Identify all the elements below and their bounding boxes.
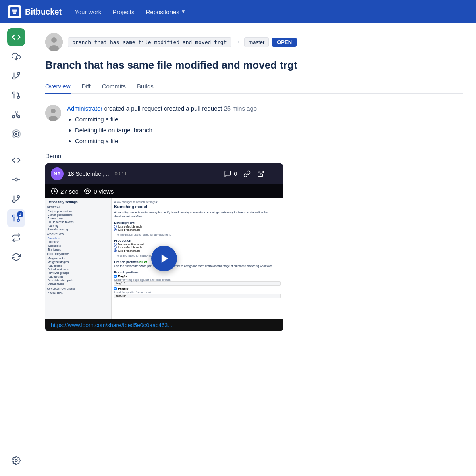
sidebar-item-branch-create[interactable] bbox=[7, 67, 25, 85]
sidebar-item-source[interactable] bbox=[7, 151, 25, 169]
svg-point-20 bbox=[15, 178, 17, 181]
navbar-links: Your work Projects Repositories ▼ bbox=[75, 8, 186, 15]
video-more-btn[interactable]: ⋮ bbox=[271, 170, 277, 178]
sidebar-item-settings[interactable] bbox=[7, 452, 25, 470]
svg-point-18 bbox=[13, 132, 19, 137]
sidebar-item-commit[interactable] bbox=[7, 171, 25, 188]
screenshot-inner: Repository settings General Project perm… bbox=[45, 198, 283, 319]
tab-diff[interactable]: Diff bbox=[82, 79, 91, 94]
video-views-stat: 0 views bbox=[84, 188, 114, 195]
svg-point-26 bbox=[17, 219, 19, 222]
svg-point-14 bbox=[12, 116, 14, 118]
video-duration: 27 sec bbox=[60, 188, 78, 195]
pr-status-badge: OPEN bbox=[272, 38, 297, 47]
svg-point-24 bbox=[17, 196, 19, 198]
pr-title: Branch that has same file modified and m… bbox=[45, 59, 463, 71]
sidebar-divider-1 bbox=[8, 148, 24, 148]
demo-label: Demo bbox=[45, 152, 463, 159]
svg-point-8 bbox=[12, 92, 15, 94]
video-external-btn[interactable] bbox=[257, 170, 264, 177]
activity-list: Commiting a file Deleting file on target… bbox=[67, 116, 463, 144]
video-preview[interactable]: Repository settings General Project perm… bbox=[45, 198, 283, 319]
tab-commits[interactable]: Commits bbox=[102, 79, 126, 94]
activity-author-avatar bbox=[45, 105, 61, 121]
app-layout: 1 bbox=[0, 23, 476, 476]
pr-branch-info: branch_that_has_same_file_modified_and_m… bbox=[68, 37, 297, 47]
svg-point-27 bbox=[12, 215, 15, 217]
chevron-down-icon: ▼ bbox=[181, 9, 186, 15]
comment-count: 0 bbox=[234, 171, 237, 177]
pr-tabs: Overview Diff Commits Builds bbox=[45, 79, 463, 94]
sidebar-divider-2 bbox=[8, 358, 24, 358]
brand-name: Bitbucket bbox=[25, 7, 62, 17]
svg-point-31 bbox=[51, 37, 57, 43]
navbar: Bitbucket Your work Projects Repositorie… bbox=[0, 0, 476, 23]
brand-icon bbox=[8, 5, 21, 18]
video-top-bar: NA 18 September, ... 00:11 0 bbox=[45, 163, 283, 184]
video-duration-stat: 27 sec bbox=[51, 188, 78, 195]
svg-marker-39 bbox=[162, 255, 168, 263]
sidebar: 1 bbox=[0, 23, 32, 476]
main-content: branch_that_has_same_file_modified_and_m… bbox=[32, 23, 476, 476]
svg-point-15 bbox=[17, 116, 19, 118]
branch-arrow-icon: → bbox=[235, 38, 241, 46]
sidebar-item-refresh[interactable] bbox=[7, 248, 25, 266]
activity-action-text: created a pull request bbox=[164, 105, 224, 112]
activity-author[interactable]: Administrator bbox=[67, 105, 102, 112]
activity-row: Administrator created a pull request cre… bbox=[45, 105, 463, 144]
sidebar-item-fork[interactable] bbox=[7, 106, 25, 123]
video-info-bar: 27 sec 0 views bbox=[45, 184, 283, 198]
nav-your-work[interactable]: Your work bbox=[75, 8, 101, 15]
video-top-left: NA 18 September, ... 00:11 bbox=[51, 167, 127, 180]
svg-point-25 bbox=[12, 200, 15, 203]
target-branch-pill: master bbox=[244, 37, 269, 47]
activity-content: Administrator created a pull request cre… bbox=[67, 105, 463, 144]
video-top-right: 0 bbox=[224, 170, 277, 178]
sp-right-panel: Allow changes to branch settings ▾ Branc… bbox=[112, 198, 283, 319]
video-bottom-bar: https://www.loom.com/share/fbed5e0c0aac4… bbox=[45, 319, 283, 331]
activity-action: created a pull request bbox=[104, 105, 162, 112]
video-link-btn[interactable] bbox=[243, 170, 251, 177]
svg-line-36 bbox=[260, 171, 264, 174]
brand-logo[interactable]: Bitbucket bbox=[8, 5, 62, 18]
video-timestamp: 00:11 bbox=[115, 171, 127, 177]
tab-overview[interactable]: Overview bbox=[45, 79, 71, 94]
source-branch-pill: branch_that_has_same_file_modified_and_m… bbox=[68, 37, 231, 47]
sidebar-item-branch[interactable] bbox=[7, 190, 25, 208]
svg-point-12 bbox=[15, 111, 17, 113]
svg-point-34 bbox=[51, 109, 56, 113]
activity-meta: Administrator created a pull request cre… bbox=[67, 105, 463, 112]
pr-badge: 1 bbox=[17, 211, 23, 217]
video-container: NA 18 September, ... 00:11 0 bbox=[45, 163, 283, 331]
video-title: 18 September, ... bbox=[68, 171, 111, 177]
list-item: Commiting a file bbox=[75, 116, 463, 123]
svg-point-29 bbox=[15, 459, 17, 462]
nav-projects[interactable]: Projects bbox=[112, 8, 134, 15]
video-views: 0 views bbox=[94, 188, 114, 195]
pr-author-avatar bbox=[45, 33, 63, 51]
sidebar-item-import[interactable] bbox=[7, 48, 25, 65]
video-user-avatar: NA bbox=[51, 167, 64, 180]
sidebar-item-code[interactable] bbox=[7, 28, 25, 46]
svg-point-17 bbox=[15, 133, 17, 135]
svg-point-38 bbox=[87, 190, 89, 192]
sidebar-item-pr-create[interactable] bbox=[7, 86, 25, 104]
list-item: Deleting file on target branch bbox=[75, 127, 463, 134]
sp-left-panel: Repository settings General Project perm… bbox=[45, 198, 112, 319]
sidebar-item-fork2[interactable] bbox=[7, 229, 25, 246]
video-link[interactable]: https://www.loom.com/share/fbed5e0c0aac4… bbox=[51, 322, 173, 328]
nav-repositories[interactable]: Repositories ▼ bbox=[146, 8, 185, 15]
pr-header-row: branch_that_has_same_file_modified_and_m… bbox=[45, 33, 463, 51]
tab-builds[interactable]: Builds bbox=[137, 79, 154, 94]
video-play-button[interactable] bbox=[151, 246, 177, 271]
video-comment-btn[interactable]: 0 bbox=[224, 170, 237, 177]
activity-time: 25 mins ago bbox=[224, 105, 257, 112]
sidebar-item-pullrequest[interactable]: 1 bbox=[7, 209, 25, 227]
list-item: Commiting a file bbox=[75, 138, 463, 144]
sidebar-item-connect[interactable] bbox=[7, 125, 25, 143]
svg-point-4 bbox=[12, 77, 15, 79]
